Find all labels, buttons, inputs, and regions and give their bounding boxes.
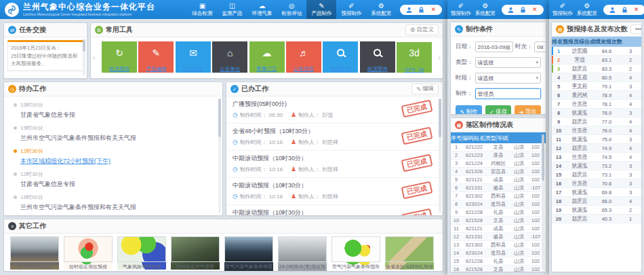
cell-forecaster[interactable]: 宋强 [565, 56, 594, 63]
form-button[interactable]: ➜ 导出 [515, 105, 541, 115]
work-thumbnail[interactable]: 短时临近天气预警 [171, 236, 220, 270]
nav-item[interactable]: ✐ 预报制作 [449, 0, 473, 19]
tool-item[interactable]: 3d GPS_3d [397, 42, 432, 73]
todo-item[interactable]: 15时00分 兰州市空气污染气象条件预报和有关天气报 [14, 122, 216, 145]
lock-icon[interactable] [418, 7, 424, 13]
area-table-scrollbar[interactable] [542, 134, 544, 270]
nav-item[interactable]: ⚙ 系统配置 [575, 0, 599, 19]
other-work-header: ≡ 其它工作 [4, 219, 443, 234]
todo-item-title[interactable]: 兰州市空气污染气象条件预报和有关天气报 [20, 134, 216, 143]
todo-item[interactable]: 15时00分 兰州市空气污染气象条件预报和有关天气报 [14, 191, 216, 215]
user-icon[interactable] [406, 7, 412, 13]
cell-forecaster[interactable]: 沙宏娥 [565, 48, 594, 54]
work-thumbnail[interactable]: 灾害性天气落区 [10, 236, 59, 270]
cell-rank: 3 [552, 66, 565, 72]
cell-forecaster[interactable]: 黄玉霞 [565, 74, 594, 81]
common-tools-title: 常用工具 [106, 25, 133, 35]
tool-item[interactable]: ✎ 产品编辑 [138, 41, 174, 73]
nav-label: 系统配置 [475, 10, 496, 17]
todo-scrollbar[interactable] [218, 98, 221, 213]
todo-item-title[interactable]: 本市区域精细化72小时预报(下午) [20, 157, 216, 166]
hour-select[interactable]: 08 ▾ [534, 41, 546, 52]
nav-item[interactable]: ◫ 监测产品 [217, 0, 247, 19]
user-icon[interactable] [508, 7, 514, 13]
nav-item[interactable]: ⚙ 系统配置 [473, 0, 498, 19]
cell-forecaster[interactable]: 狄潇泓 [565, 109, 594, 116]
tool-icon: ✉ [189, 48, 197, 58]
customize-button[interactable]: ⚙ 自定义 [405, 24, 439, 35]
work-thumbnail[interactable]: 24小时降水(雪)落区预报 [278, 236, 327, 272]
todo-item-title[interactable]: 甘肃省气象信息专报 [20, 180, 216, 189]
done-item[interactable]: 中期滚动预报（10时30分） ◷ 制作时间： 10:16 ♟ 制作人： 刘世祥 [226, 178, 443, 205]
nav-item[interactable]: ✐ 预报制作 [336, 0, 366, 19]
cell-forecaster[interactable]: 狄潇泓 [565, 136, 594, 143]
maker-input[interactable]: 管理员 [475, 88, 542, 99]
form-button[interactable]: ✎ 制作 [456, 105, 482, 115]
cell-forecaster[interactable]: 许东蓓 [565, 100, 594, 107]
todo-item[interactable]: 15时00分 甘肃省气象信息专报 [14, 99, 216, 122]
cell-forecaster[interactable]: 李文莉 [565, 83, 594, 90]
cell-level: 102 [528, 201, 543, 207]
done-scrollbar[interactable] [439, 98, 441, 213]
cell-forecaster[interactable]: 许东蓓 [565, 127, 594, 134]
cell-forecaster[interactable]: 赵庆云 [565, 118, 594, 125]
cell-forecaster[interactable]: 赵庆云 [565, 215, 594, 222]
work-thumbnail[interactable]: 空气污染气象条件等级预报 [224, 236, 273, 272]
nav-item[interactable]: ⚙ 系统配置 [366, 0, 396, 19]
cell-forecaster[interactable]: 赵庆云 [565, 198, 594, 204]
todo-item-title[interactable]: 兰州市空气污染气象条件预报和有关天气报 [20, 203, 216, 212]
tool-item[interactable]: 预报查询 [323, 41, 358, 73]
close-icon[interactable]: ✕ [634, 7, 639, 13]
lock-icon[interactable] [520, 7, 526, 13]
thumbnail-image [117, 236, 166, 262]
cell-forecaster[interactable]: 狄潇泓 [565, 189, 594, 196]
done-item[interactable]: 中期滚动预报（10时30分） ◷ 制作时间： 10:16 ♟ 制作人： 刘世祥 [226, 151, 443, 178]
next-arrow-icon[interactable]: › [438, 53, 441, 61]
cell-forecaster[interactable]: 黄武斌 [565, 92, 594, 98]
done-item[interactable]: 中期滚动预报（10时30分） ◷ 制作时间： 10:16 ♟ 制作人： 刘世祥 [226, 205, 443, 216]
cell-forecaster[interactable]: 赵庆云 [565, 65, 594, 72]
task-scrollbar[interactable] [83, 39, 85, 76]
work-thumbnail[interactable]: 全省县区域精细化预报 [385, 236, 434, 270]
done-header: ✓ 已办工作 ✎ 编辑 [226, 82, 443, 96]
nav-item[interactable]: ◎ 检验评估 [277, 0, 306, 19]
tool-item[interactable]: 实况查询 [360, 41, 395, 73]
done-item[interactable]: 广播预报(05时00分) ◷ 制作时间： 06:30 ♟ 制作人： 彭强 [226, 96, 443, 124]
cell-forecaster[interactable]: 许东蓓 [565, 153, 594, 160]
work-thumbnail[interactable]: 空气污染气象条件指导预报(国家) [331, 236, 380, 272]
edit-button[interactable]: ✎ 编辑 [411, 84, 439, 94]
done-item[interactable]: 全省48小时预报（10时30分） ◷ 制作时间： 10:16 ♟ 制作人： 刘世… [226, 124, 443, 151]
tool-item[interactable]: ☁ 雨量订正 [249, 41, 285, 73]
column-header: 排名 [552, 38, 563, 45]
cell-forecaster[interactable]: 赵庆云 [565, 145, 594, 151]
tool-item[interactable]: ↻ 实况预报 [102, 41, 137, 73]
todo-item[interactable]: 12时30分 甘肃省气象信息专报 [14, 168, 216, 191]
nav-item[interactable]: ✎ 产品制作 [306, 0, 336, 19]
prev-arrow-icon[interactable]: ‹ [93, 53, 96, 61]
type-select[interactable]: 请选择 ▾ [475, 57, 542, 68]
date-input[interactable]: 2016-03-09 ▦ [475, 41, 513, 52]
cell-forecaster[interactable]: 许东蓓 [565, 180, 594, 187]
cell-forecaster[interactable]: 狄潇泓 [565, 162, 594, 169]
lock-icon[interactable] [622, 7, 628, 13]
tool-item[interactable]: ♬ 公告信息 [286, 41, 321, 73]
todo-item[interactable]: 12时30分 本市区域精细化72小时预报(下午) [14, 215, 216, 216]
more-button[interactable]: ••• [630, 24, 642, 34]
nav-item[interactable]: ✐ 预报制作 [550, 0, 575, 19]
nav-item[interactable]: ▣ 综合检测 [187, 0, 217, 19]
user-icon[interactable] [609, 7, 616, 13]
work-thumbnail[interactable]: 短时临近落区预报 [64, 236, 113, 270]
tool-item[interactable]: ✉ 订正日志 [176, 41, 211, 73]
table-row: 6 621331 徽县 山洪 -107 [451, 184, 546, 192]
period-select[interactable]: 请选择 ▾ [475, 73, 542, 84]
close-icon[interactable]: ✕ [430, 7, 436, 13]
work-thumbnail[interactable]: 气象风险等级预报 [117, 236, 166, 270]
todo-item[interactable]: 12时30分 本市区域精细化72小时预报(下午) [14, 145, 216, 168]
tool-item[interactable]: ⌂ 公发单位 [212, 41, 247, 73]
todo-item-title[interactable]: 甘肃省气象信息专报 [20, 111, 216, 120]
cell-forecaster[interactable]: 赵庆云 [565, 171, 594, 178]
form-button[interactable]: ✓ 保存 [485, 105, 512, 115]
close-icon[interactable]: ✕ [532, 7, 538, 13]
cell-forecaster[interactable]: 狄潇泓 [565, 206, 594, 213]
nav-item[interactable]: ☁ 环境气象 [247, 0, 277, 19]
